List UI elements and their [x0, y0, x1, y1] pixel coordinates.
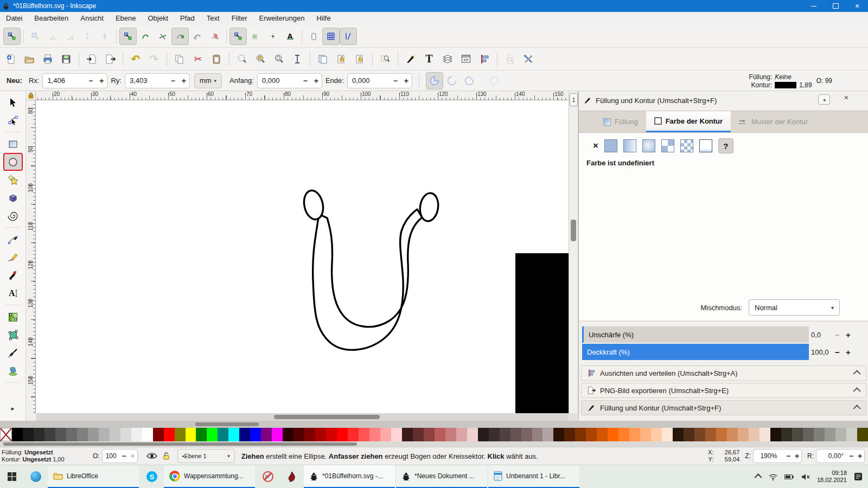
menu-datei[interactable]: Datei	[0, 12, 28, 25]
rx-spinbox[interactable]: 1,406 − +	[42, 73, 107, 88]
snap-midpoint-icon[interactable]	[206, 28, 224, 45]
inkscape-window-button-1[interactable]: *01Büffelhorn.svg -...	[304, 465, 395, 488]
paint-flat-icon[interactable]	[604, 139, 617, 152]
stroke-color-swatch[interactable]	[775, 82, 796, 88]
unit-selector[interactable]: mm ▾	[194, 73, 222, 88]
h-scrollbar-thumb[interactable]	[274, 415, 380, 419]
palette-swatch-76[interactable]	[835, 428, 846, 441]
palette-swatch-49[interactable]	[542, 428, 553, 441]
zoom-page-width-icon[interactable]	[289, 50, 306, 68]
start-plus-icon[interactable]: +	[311, 76, 322, 85]
document-check-icon[interactable]	[501, 50, 519, 68]
opacity-plus-icon[interactable]: +	[846, 344, 851, 360]
inkscape-window-button-2[interactable]: *Neues Dokument ...	[396, 465, 487, 488]
palette-swatch-13[interactable]	[153, 428, 164, 441]
palette-swatch-8[interactable]	[99, 428, 110, 441]
palette-swatch-2[interactable]	[34, 428, 44, 441]
palette-swatch-37[interactable]	[413, 428, 424, 441]
make-whole-ellipse-icon[interactable]	[486, 72, 503, 89]
rectangle-tool[interactable]	[3, 135, 23, 153]
menu-filter[interactable]: Filter	[226, 12, 253, 25]
spiral-tool[interactable]	[3, 207, 23, 224]
edge-icon[interactable]	[24, 465, 48, 488]
palette-swatch-52[interactable]	[575, 428, 586, 441]
palette-swatch-58[interactable]	[640, 428, 651, 441]
mesh-gradient-tool[interactable]	[3, 326, 23, 344]
paint-none-icon[interactable]: ×	[593, 140, 598, 151]
pencil-tool[interactable]	[3, 248, 23, 266]
palette-swatch-27[interactable]	[304, 428, 315, 441]
palette-swatch-57[interactable]	[629, 428, 640, 441]
more-tools-icon[interactable]: ▸	[3, 400, 23, 418]
palette-swatch-10[interactable]	[120, 428, 131, 441]
dock-close-icon[interactable]: ×	[844, 93, 848, 102]
fill-stroke-dialog-icon[interactable]	[402, 50, 419, 68]
menu-erweiterungen[interactable]: Erweiterungen	[253, 12, 311, 25]
snap-rotation-center-icon[interactable]	[264, 28, 282, 45]
skype-icon[interactable]: S	[140, 465, 164, 488]
pen-tool[interactable]	[3, 230, 23, 248]
ry-value[interactable]: 3,403	[125, 76, 168, 85]
palette-swatch-78[interactable]	[857, 428, 868, 441]
snap-bbox-edges-icon[interactable]	[44, 28, 61, 45]
menu-objekt[interactable]: Objekt	[142, 12, 174, 25]
ruler-lock-icon[interactable]	[26, 91, 36, 100]
menu-text[interactable]: Text	[201, 12, 226, 25]
palette-swatch-55[interactable]	[608, 428, 618, 441]
paint-radial-gradient-icon[interactable]	[642, 139, 655, 152]
ry-spinbox[interactable]: 3,403 − +	[125, 73, 190, 88]
arc-chord-mode-icon[interactable]	[461, 72, 478, 89]
palette-scroll-thumb[interactable]	[3, 442, 357, 446]
preferences-icon[interactable]	[520, 50, 537, 68]
xml-editor-icon[interactable]: <>	[457, 50, 475, 68]
tab-farbe-der-kontur[interactable]: Farbe der Kontur	[646, 111, 731, 132]
blur-minus-icon[interactable]: −	[835, 326, 840, 343]
palette-scroll-thumb[interactable]	[195, 422, 259, 426]
palette-swatch-17[interactable]	[196, 428, 207, 441]
palette-swatch-51[interactable]	[564, 428, 575, 441]
layers-dialog-icon[interactable]	[439, 50, 456, 68]
rotation-minus-icon[interactable]: −	[847, 452, 856, 460]
save-icon[interactable]	[58, 50, 75, 68]
palette-swatch-66[interactable]	[727, 428, 738, 441]
zoom-minus-icon[interactable]: −	[784, 452, 793, 460]
palette-swatch-72[interactable]	[792, 428, 803, 441]
end-plus-icon[interactable]: +	[401, 76, 412, 85]
text-dialog-icon[interactable]: T	[420, 50, 438, 68]
palette-swatch-16[interactable]	[186, 428, 196, 441]
snap-master-toggle-icon[interactable]	[3, 28, 21, 45]
menu-bearbeiten[interactable]: Bearbeiten	[28, 12, 74, 25]
paint-app-icon[interactable]	[280, 465, 304, 488]
end-minus-icon[interactable]: −	[390, 76, 401, 85]
blend-mode-select[interactable]: Normal ▾	[749, 299, 840, 316]
rx-value[interactable]: 1,406	[43, 76, 85, 85]
volume-muted-icon[interactable]	[801, 473, 810, 480]
selector-tool[interactable]	[3, 93, 23, 111]
palette-swatch-18[interactable]	[207, 428, 218, 441]
palette-swatch-29[interactable]	[326, 428, 337, 441]
rx-minus-icon[interactable]: −	[85, 76, 96, 85]
export-icon[interactable]	[101, 50, 119, 68]
snap-guides-icon[interactable]	[340, 28, 357, 45]
star-tool[interactable]	[3, 171, 23, 189]
palette-swatch-28[interactable]	[315, 428, 326, 441]
palette-swatch-7[interactable]	[88, 428, 99, 441]
dropper-tool[interactable]	[3, 344, 23, 362]
paste-icon[interactable]	[208, 50, 225, 68]
status-opacity-spinbox[interactable]: 100 − +	[102, 449, 138, 463]
clock[interactable]: 09:18 18.02.2021	[817, 470, 847, 484]
snap-bbox-icon[interactable]	[27, 28, 44, 45]
snap-nodes-toggle-icon[interactable]	[119, 28, 137, 45]
end-spinbox[interactable]: 0,000 − +	[347, 73, 412, 88]
opacity-value[interactable]: 100,0	[811, 344, 829, 360]
palette-swatch-41[interactable]	[456, 428, 467, 441]
status-opacity-minus-icon[interactable]: −	[120, 452, 129, 460]
gradient-tool[interactable]	[3, 308, 23, 326]
palette-swatch-56[interactable]	[618, 428, 629, 441]
palette-swatch-64[interactable]	[705, 428, 716, 441]
palette-swatch-63[interactable]	[694, 428, 705, 441]
rx-plus-icon[interactable]: +	[96, 76, 107, 85]
find-icon[interactable]	[376, 50, 394, 68]
duplicate-icon[interactable]	[314, 50, 331, 68]
unlink-clone-icon[interactable]	[351, 50, 368, 68]
